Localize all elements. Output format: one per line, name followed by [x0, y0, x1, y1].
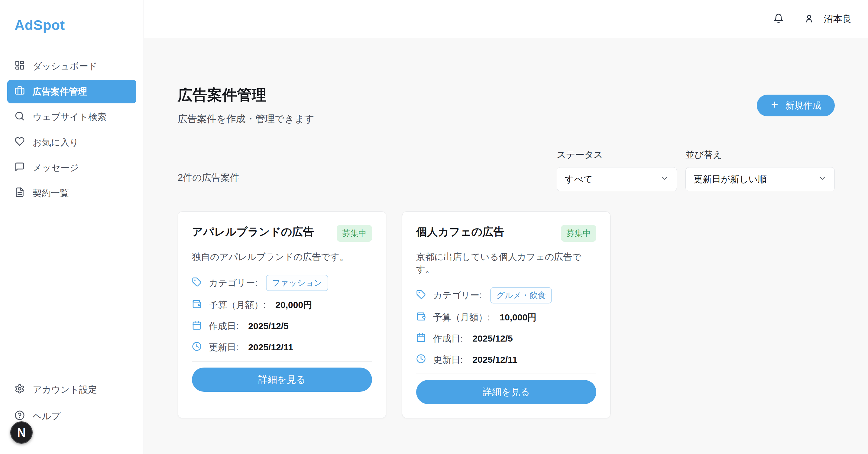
sidebar: AdSpot ダッシュボード 広告案件管理 ウェブサイト検索 お気に入り メッセ…: [0, 0, 144, 454]
user-icon: [804, 13, 814, 25]
ad-card: 個人カフェの広告 募集中 京都に出店している個人カフェの広告です。 カテゴリー:…: [402, 211, 611, 418]
sort-filter-group: 並び替え 更新日が新しい順: [685, 149, 835, 191]
clock-icon: [416, 354, 426, 366]
sidebar-item-label: ヘルプ: [33, 410, 60, 423]
card-detail-rows: カテゴリー: ファッション 予算（月額）: 20,000円 作成日: 2025/…: [192, 275, 372, 355]
sidebar-item-label: メッセージ: [33, 162, 79, 174]
create-new-button[interactable]: 新規作成: [757, 95, 835, 116]
sidebar-item-website-search[interactable]: ウェブサイト検索: [7, 105, 136, 129]
created-value: 2025/12/5: [248, 321, 288, 331]
status-filter-value: すべて: [565, 173, 593, 186]
sidebar-item-label: 契約一覧: [33, 187, 69, 200]
brand-logo: AdSpot: [0, 0, 144, 33]
result-count: 2件の広告案件: [178, 171, 239, 184]
updated-value: 2025/12/11: [248, 342, 293, 353]
category-chip: ファッション: [266, 275, 328, 291]
search-icon: [14, 111, 25, 123]
budget-row: 予算（月額）: 20,000円: [192, 298, 372, 312]
status-badge: 募集中: [561, 225, 596, 242]
updated-label: 更新日:: [433, 354, 463, 366]
sidebar-nav: ダッシュボード 広告案件管理 ウェブサイト検索 お気に入り メッセージ 契約一覧: [0, 54, 144, 205]
budget-row: 予算（月額）: 10,000円: [416, 310, 596, 325]
filters: ステータス すべて 並び替え 更新日が新しい順: [557, 149, 835, 191]
heart-icon: [14, 136, 25, 149]
updated-value: 2025/12/11: [472, 355, 518, 365]
created-row: 作成日: 2025/12/5: [416, 331, 596, 346]
category-chip: グルメ・飲食: [490, 287, 552, 303]
card-divider: [416, 373, 596, 374]
tag-icon: [416, 290, 426, 301]
clock-icon: [192, 341, 202, 353]
sidebar-item-label: お気に入り: [33, 136, 79, 149]
sidebar-item-dashboard[interactable]: ダッシュボード: [7, 54, 136, 78]
dashboard-icon: [14, 60, 25, 72]
category-row: カテゴリー: ファッション: [192, 275, 372, 291]
sort-filter-value: 更新日が新しい順: [693, 173, 767, 186]
status-badge: 募集中: [337, 225, 372, 242]
sidebar-item-contracts[interactable]: 契約一覧: [7, 181, 136, 205]
created-label: 作成日:: [433, 332, 463, 345]
status-filter-label: ステータス: [557, 149, 677, 161]
created-label: 作成日:: [209, 320, 239, 332]
sidebar-item-label: アカウント設定: [33, 384, 97, 396]
user-name: 沼本良: [824, 13, 852, 25]
chevron-down-icon: [660, 174, 669, 185]
budget-label: 予算（月額）:: [433, 311, 490, 324]
sidebar-item-label: 広告案件管理: [33, 86, 87, 98]
page-title: 広告案件管理: [178, 85, 314, 105]
sidebar-item-label: ウェブサイト検索: [33, 111, 106, 123]
card-title: アパレルブランドの広告: [192, 225, 314, 239]
gear-icon: [14, 384, 25, 396]
card-head: 個人カフェの広告 募集中: [416, 225, 596, 242]
card-description: 京都に出店している個人カフェの広告です。: [416, 251, 596, 276]
message-icon: [14, 162, 25, 174]
card-divider: [192, 361, 372, 362]
chevron-down-icon: [818, 174, 827, 185]
user-menu[interactable]: 沼本良: [804, 13, 852, 25]
card-description: 独自のアパレルブランドの広告です。: [192, 251, 372, 263]
sidebar-item-messages[interactable]: メッセージ: [7, 156, 136, 180]
budget-value: 20,000円: [275, 299, 312, 311]
bell-icon: [773, 13, 784, 25]
plus-icon: [770, 100, 779, 111]
category-label: カテゴリー:: [209, 277, 257, 289]
sort-filter-select[interactable]: 更新日が新しい順: [685, 167, 835, 191]
card-title: 個人カフェの広告: [416, 225, 504, 239]
sort-filter-label: 並び替え: [685, 149, 835, 161]
top-header: 沼本良: [144, 0, 868, 38]
main-column: 沼本良 広告案件管理 広告案件を作成・管理できます 新規作成 2件の広告案件 ス…: [144, 0, 868, 454]
briefcase-icon: [14, 86, 25, 98]
budget-label: 予算（月額）:: [209, 299, 266, 311]
calendar-icon: [192, 321, 202, 332]
sidebar-item-favorites[interactable]: お気に入り: [7, 130, 136, 154]
category-row: カテゴリー: グルメ・飲食: [416, 287, 596, 303]
category-label: カテゴリー:: [433, 289, 482, 302]
page-head-text: 広告案件管理 広告案件を作成・管理できます: [178, 85, 314, 126]
status-filter-group: ステータス すべて: [557, 149, 677, 191]
dev-tools-badge[interactable]: N: [10, 421, 33, 444]
ad-card-grid: アパレルブランドの広告 募集中 独自のアパレルブランドの広告です。 カテゴリー:…: [178, 211, 835, 418]
tag-icon: [192, 277, 202, 289]
main-content: 広告案件管理 広告案件を作成・管理できます 新規作成 2件の広告案件 ステータス…: [144, 38, 868, 418]
document-icon: [14, 187, 25, 200]
page-subtitle: 広告案件を作成・管理できます: [178, 113, 314, 126]
created-row: 作成日: 2025/12/5: [192, 319, 372, 333]
updated-row: 更新日: 2025/12/11: [192, 340, 372, 355]
sidebar-item-ad-management[interactable]: 広告案件管理: [7, 80, 136, 103]
updated-label: 更新日:: [209, 341, 239, 354]
view-details-button[interactable]: 詳細を見る: [416, 380, 596, 404]
card-detail-rows: カテゴリー: グルメ・飲食 予算（月額）: 10,000円 作成日: 2025/…: [416, 287, 596, 367]
calendar-icon: [416, 333, 426, 344]
notifications-button[interactable]: [773, 13, 784, 25]
sidebar-item-account-settings[interactable]: アカウント設定: [7, 378, 136, 401]
created-value: 2025/12/5: [472, 333, 513, 344]
view-details-button[interactable]: 詳細を見る: [192, 368, 372, 392]
sidebar-item-label: ダッシュボード: [33, 60, 97, 72]
app-root: AdSpot ダッシュボード 広告案件管理 ウェブサイト検索 お気に入り メッセ…: [0, 0, 868, 454]
help-icon: [14, 410, 25, 423]
ad-card: アパレルブランドの広告 募集中 独自のアパレルブランドの広告です。 カテゴリー:…: [178, 211, 386, 418]
status-filter-select[interactable]: すべて: [557, 167, 677, 191]
card-head: アパレルブランドの広告 募集中: [192, 225, 372, 242]
toolbar: 2件の広告案件 ステータス すべて 並び替え 更新日が新しい順: [178, 149, 835, 191]
updated-row: 更新日: 2025/12/11: [416, 353, 596, 367]
